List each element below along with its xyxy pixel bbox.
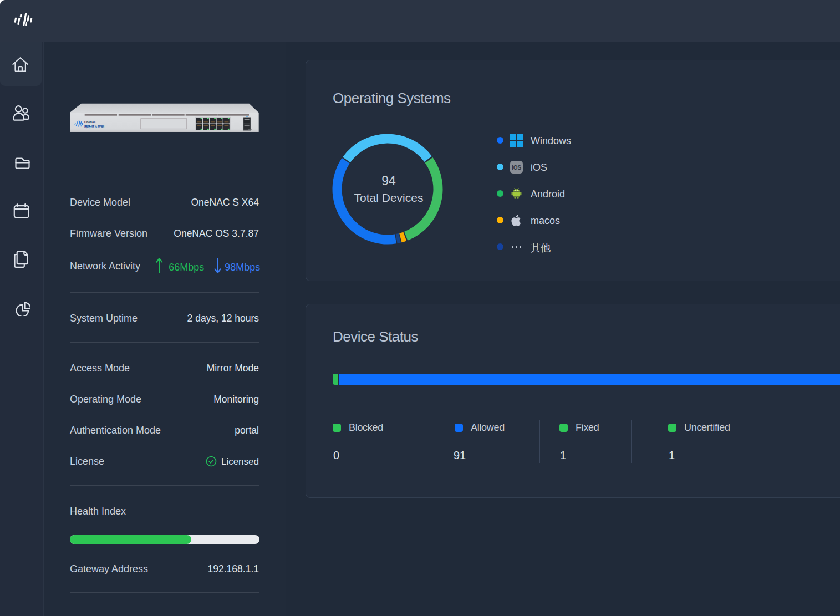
svg-text:iOS: iOS	[512, 164, 522, 170]
